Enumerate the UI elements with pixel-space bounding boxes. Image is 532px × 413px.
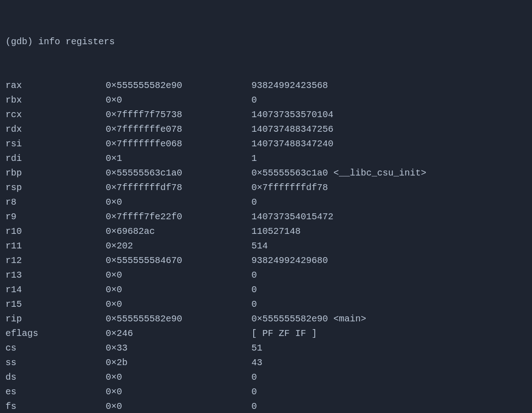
register-hex-value: 0×7ffff7fe22f0: [106, 210, 251, 224]
register-hex-value: 0×2b: [106, 356, 251, 370]
register-hex-value: 0×0: [106, 297, 251, 312]
register-hex-value: 0×7fffffffdf78: [106, 181, 251, 195]
register-hex-value: 0×7ffff7f75738: [106, 108, 251, 122]
register-name: r11: [5, 239, 106, 253]
register-hex-value: 0×0: [106, 93, 251, 108]
register-name: rcx: [5, 108, 106, 122]
register-hex-value: 0×555555582e90: [106, 78, 251, 93]
register-dec-value: 140737354015472: [251, 210, 333, 224]
register-row: ss0×2b43: [5, 356, 527, 370]
register-dec-value: 0: [251, 399, 257, 413]
register-name: r8: [5, 195, 106, 210]
register-row: rsp0×7fffffffdf780×7fffffffdf78: [5, 181, 527, 195]
register-row: rdi0×11: [5, 151, 527, 166]
register-hex-value: 0×0: [106, 268, 251, 283]
register-row: rcx0×7ffff7f75738140737353570104: [5, 108, 527, 122]
register-hex-value: 0×1: [106, 151, 251, 166]
register-row: r110×202514: [5, 239, 527, 253]
register-hex-value: 0×0: [106, 195, 251, 210]
register-row: r90×7ffff7fe22f0140737354015472: [5, 210, 527, 224]
register-dec-value: 140737353570104: [251, 108, 333, 122]
register-hex-value: 0×555555582e90: [106, 312, 251, 326]
register-dec-value: 93824992429680: [251, 253, 328, 268]
register-row: rbp0×55555563c1a00×55555563c1a0 <__libc_…: [5, 166, 527, 181]
register-row: cs0×3351: [5, 341, 527, 356]
register-dec-value: 514: [251, 239, 268, 253]
register-hex-value: 0×33: [106, 341, 251, 356]
register-dec-value: 0×555555582e90 <main>: [251, 312, 366, 326]
register-name: rdi: [5, 151, 106, 166]
register-row: r140×00: [5, 283, 527, 297]
register-name: r15: [5, 297, 106, 312]
register-list: rax0×555555582e9093824992423568rbx0×00rc…: [5, 78, 527, 413]
register-dec-value: 0×55555563c1a0 <__libc_csu_init>: [251, 166, 426, 181]
register-dec-value: 0×7fffffffdf78: [251, 181, 328, 195]
register-name: r13: [5, 268, 106, 283]
register-dec-value: 0: [251, 385, 257, 399]
register-dec-value: 0: [251, 268, 257, 283]
terminal-output: (gdb) info registers rax0×555555582e9093…: [5, 5, 527, 413]
register-hex-value: 0×0: [106, 283, 251, 297]
register-row: rax0×555555582e9093824992423568: [5, 78, 527, 93]
register-row: r120×55555558467093824992429680: [5, 253, 527, 268]
register-row: rsi0×7fffffffe068140737488347240: [5, 137, 527, 151]
register-name: rip: [5, 312, 106, 326]
register-name: rax: [5, 78, 106, 93]
register-dec-value: 1: [251, 151, 257, 166]
register-row: rip0×555555582e900×555555582e90 <main>: [5, 312, 527, 326]
register-hex-value: 0×555555584670: [106, 253, 251, 268]
register-row: rbx0×00: [5, 93, 527, 108]
register-dec-value: [ PF ZF IF ]: [251, 326, 317, 341]
register-hex-value: 0×0: [106, 370, 251, 385]
register-name: r10: [5, 224, 106, 239]
register-dec-value: 0: [251, 297, 257, 312]
register-dec-value: 140737488347240: [251, 137, 333, 151]
register-hex-value: 0×246: [106, 326, 251, 341]
register-hex-value: 0×55555563c1a0: [106, 166, 251, 181]
register-hex-value: 0×0: [106, 385, 251, 399]
register-row: r130×00: [5, 268, 527, 283]
register-name: r9: [5, 210, 106, 224]
register-row: eflags0×246[ PF ZF IF ]: [5, 326, 527, 341]
register-name: rbp: [5, 166, 106, 181]
register-name: rbx: [5, 93, 106, 108]
register-row: r100×69682ac110527148: [5, 224, 527, 239]
register-dec-value: 110527148: [251, 224, 301, 239]
gdb-prompt: (gdb): [5, 35, 38, 49]
register-name: es: [5, 385, 106, 399]
command-line: (gdb) info registers: [5, 35, 527, 49]
register-name: cs: [5, 341, 106, 356]
gdb-command: info registers: [38, 35, 115, 49]
register-hex-value: 0×7fffffffe068: [106, 137, 251, 151]
register-name: rsi: [5, 137, 106, 151]
register-hex-value: 0×0: [106, 399, 251, 413]
register-name: ds: [5, 370, 106, 385]
register-dec-value: 0: [251, 93, 257, 108]
register-dec-value: 93824992423568: [251, 78, 328, 93]
register-row: ds0×00: [5, 370, 527, 385]
register-row: r150×00: [5, 297, 527, 312]
register-dec-value: 0: [251, 370, 257, 385]
register-dec-value: 0: [251, 283, 257, 297]
register-name: rsp: [5, 181, 106, 195]
register-name: rdx: [5, 122, 106, 137]
register-name: r12: [5, 253, 106, 268]
register-hex-value: 0×7fffffffe078: [106, 122, 251, 137]
register-row: r80×00: [5, 195, 527, 210]
register-dec-value: 0: [251, 195, 257, 210]
register-hex-value: 0×69682ac: [106, 224, 251, 239]
register-dec-value: 43: [251, 356, 262, 370]
register-row: es0×00: [5, 385, 527, 399]
register-row: fs0×00: [5, 399, 527, 413]
register-name: fs: [5, 399, 106, 413]
register-row: rdx0×7fffffffe078140737488347256: [5, 122, 527, 137]
register-name: eflags: [5, 326, 106, 341]
register-name: r14: [5, 283, 106, 297]
register-dec-value: 140737488347256: [251, 122, 333, 137]
register-dec-value: 51: [251, 341, 262, 356]
register-name: ss: [5, 356, 106, 370]
register-hex-value: 0×202: [106, 239, 251, 253]
